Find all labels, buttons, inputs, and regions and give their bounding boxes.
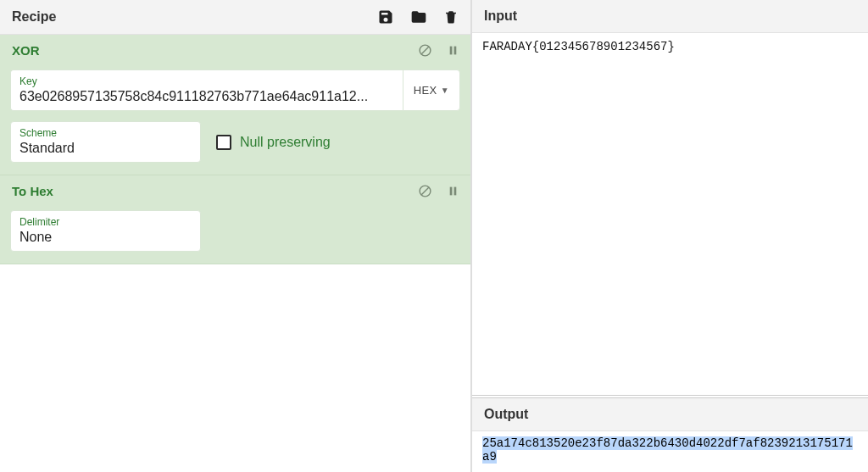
svg-rect-3 (454, 47, 457, 55)
trash-icon[interactable] (443, 8, 459, 25)
scheme-label: Scheme (19, 127, 192, 139)
disable-icon[interactable] (418, 43, 432, 58)
scheme-value: Standard (19, 140, 192, 157)
output-section: Output 25a174c813520e23f87da322b6430d402… (472, 395, 868, 472)
svg-rect-7 (454, 187, 457, 196)
delimiter-value: None (19, 229, 192, 246)
svg-rect-6 (450, 187, 453, 196)
op-tohex-body: Delimiter None (0, 207, 470, 264)
app-root: Recipe XOR (0, 0, 868, 472)
pause-icon[interactable] (448, 185, 459, 197)
input-area[interactable]: FARADAY{012345678901234567} (472, 33, 868, 395)
output-value: 25a174c813520e23f87da322b6430d4022df7af8… (482, 436, 853, 464)
output-title: Output (484, 407, 528, 421)
op-tohex-header[interactable]: To Hex (0, 175, 470, 207)
input-header: Input (472, 0, 868, 33)
tohex-row: Delimiter None (10, 210, 460, 252)
op-xor-header[interactable]: XOR (0, 35, 470, 66)
svg-rect-2 (450, 47, 453, 55)
svg-line-1 (421, 47, 429, 54)
input-value: FARADAY{012345678901234567} (482, 40, 675, 53)
op-xor-body: Key 63e0268957135758c84c911182763b771ae6… (0, 66, 470, 175)
op-xor-name: XOR (12, 43, 40, 58)
key-label: Key (19, 75, 394, 87)
svg-line-5 (421, 187, 429, 195)
recipe-header: Recipe (0, 0, 470, 35)
key-field[interactable]: Key 63e0268957135758c84c911182763b771ae6… (10, 69, 403, 111)
key-format-value: HEX (414, 84, 437, 97)
recipe-title: Recipe (12, 9, 56, 25)
delimiter-field[interactable]: Delimiter None (10, 210, 201, 252)
op-tohex-icons (418, 184, 459, 198)
delimiter-label: Delimiter (19, 216, 192, 228)
op-xor-icons (418, 43, 459, 58)
io-column: Input FARADAY{012345678901234567} Output… (472, 0, 868, 472)
op-xor[interactable]: XOR Key 63e0268957135758c84c911182763b77… (0, 35, 470, 175)
scheme-field[interactable]: Scheme Standard (10, 121, 201, 163)
pause-icon[interactable] (448, 44, 459, 57)
disable-icon[interactable] (418, 184, 432, 198)
null-preserving-label: Null preserving (240, 135, 331, 150)
input-title: Input (484, 8, 517, 24)
chevron-down-icon: ▼ (441, 86, 449, 95)
recipe-toolbar (377, 8, 459, 25)
checkbox-box (216, 135, 231, 150)
key-row: Key 63e0268957135758c84c911182763b771ae6… (10, 69, 460, 111)
key-value: 63e0268957135758c84c911182763b771ae64ac9… (19, 88, 394, 105)
op-tohex[interactable]: To Hex Delimiter None (0, 175, 470, 264)
null-preserving-checkbox[interactable]: Null preserving (216, 135, 331, 150)
op-tohex-name: To Hex (12, 184, 53, 198)
save-icon[interactable] (377, 8, 394, 25)
folder-icon[interactable] (409, 8, 428, 25)
recipe-column: Recipe XOR (0, 0, 472, 472)
key-format-select[interactable]: HEX ▼ (403, 69, 460, 111)
output-header: Output (472, 398, 868, 431)
output-area[interactable]: 25a174c813520e23f87da322b6430d4022df7af8… (472, 431, 868, 472)
xor-row2: Scheme Standard Null preserving (10, 121, 460, 163)
